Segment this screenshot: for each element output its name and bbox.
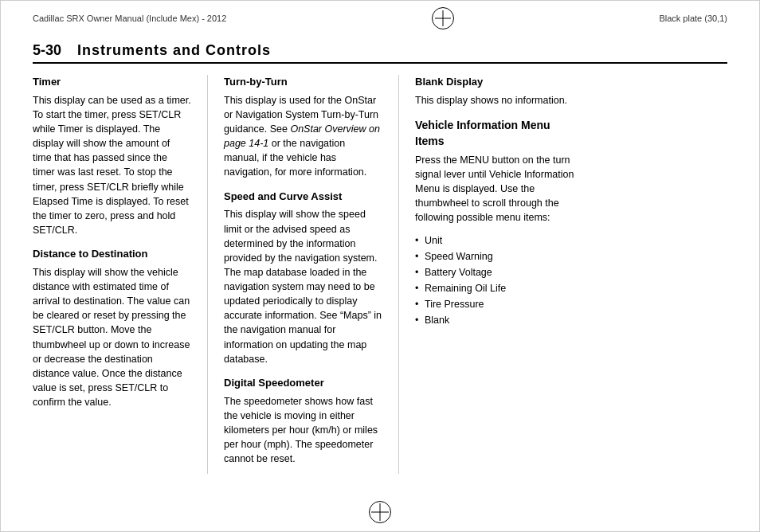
turn-by-turn-heading: Turn-by-Turn [224, 75, 382, 90]
section-title-row: 5-30 Instruments and Controls [33, 42, 727, 64]
digital-speedometer-heading: Digital Speedometer [224, 376, 382, 391]
footer-circle-icon [369, 501, 391, 523]
page-footer [1, 501, 759, 523]
vehicle-info-heading: Vehicle Information Menu Items [415, 117, 574, 150]
list-item-blank: Blank [415, 312, 574, 328]
page-header: Cadillac SRX Owner Manual (Include Mex) … [1, 1, 759, 34]
crosshair-icon [435, 10, 451, 26]
turn-by-turn-text: This display is used for the OnStar or N… [224, 93, 382, 180]
timer-heading: Timer [33, 75, 191, 90]
header-right-text: Black plate (30,1) [659, 14, 727, 23]
blank-display-text: This display shows no information. [415, 93, 574, 108]
turn-by-turn-block: Turn-by-Turn This display is used for th… [224, 75, 382, 180]
middle-column: Turn-by-Turn This display is used for th… [208, 75, 399, 474]
speed-curve-text: This display will show the speed limit o… [224, 207, 382, 366]
section-number: 5-30 [33, 42, 61, 59]
header-left-text: Cadillac SRX Owner Manual (Include Mex) … [33, 14, 226, 23]
speed-curve-heading: Speed and Curve Assist [224, 190, 382, 205]
distance-block: Distance to Destination This display wil… [33, 247, 191, 409]
columns-container: Timer This display can be used as a time… [33, 75, 727, 474]
list-item-unit: Unit [415, 233, 574, 248]
header-center [432, 7, 454, 29]
digital-speedometer-text: The speedometer shows how fast the vehic… [224, 394, 382, 467]
speed-curve-block: Speed and Curve Assist This display will… [224, 190, 382, 366]
digital-speedometer-block: Digital Speedometer The speedometer show… [224, 376, 382, 466]
timer-text: This display can be used as a timer. To … [33, 93, 191, 237]
right-column: Blank Display This display shows no info… [399, 75, 574, 474]
left-column: Timer This display can be used as a time… [33, 75, 208, 474]
blank-display-heading: Blank Display [415, 75, 574, 90]
vehicle-info-block: Vehicle Information Menu Items Press the… [415, 117, 574, 328]
header-circle-icon [432, 7, 454, 29]
blank-display-block: Blank Display This display shows no info… [415, 75, 574, 108]
timer-block: Timer This display can be used as a time… [33, 75, 191, 237]
distance-text: This display will show the vehicle dista… [33, 265, 191, 409]
list-item-speed-warning: Speed Warning [415, 248, 574, 264]
section-title: Instruments and Controls [77, 42, 271, 59]
list-item-remaining-oil: Remaining Oil Life [415, 280, 574, 296]
distance-heading: Distance to Destination [33, 247, 191, 262]
page-container: Cadillac SRX Owner Manual (Include Mex) … [0, 0, 760, 532]
vehicle-info-text: Press the MENU button on the turn signal… [415, 153, 574, 225]
list-item-tire-pressure: Tire Pressure [415, 296, 574, 312]
main-content: 5-30 Instruments and Controls Timer This… [1, 34, 759, 482]
menu-items-list: Unit Speed Warning Battery Voltage Remai… [415, 233, 574, 328]
list-item-battery-voltage: Battery Voltage [415, 264, 574, 280]
